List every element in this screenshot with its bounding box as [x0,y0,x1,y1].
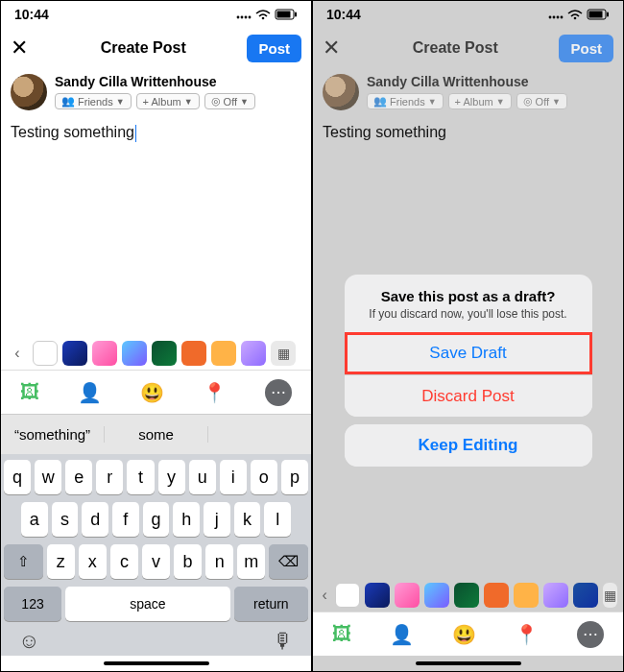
bg-swatch-plain[interactable] [335,583,360,608]
photo-icon[interactable]: 🖼 [20,381,39,403]
home-indicator[interactable] [313,656,623,671]
key-r[interactable]: r [96,460,123,494]
bg-swatch-2[interactable] [395,583,420,608]
key-i[interactable]: i [220,460,247,494]
key-u[interactable]: u [189,460,216,494]
more-icon[interactable]: ⋯ [265,379,292,406]
key-k[interactable]: k [234,502,261,537]
bg-swatch-6[interactable] [514,583,539,608]
numbers-key[interactable]: 123 [4,587,61,621]
backspace-key[interactable]: ⌫ [269,544,308,579]
tag-people-icon[interactable]: 👤 [390,623,414,646]
key-n[interactable]: n [205,544,233,579]
bg-grid-icon[interactable]: ▦ [603,583,617,608]
svg-point-9 [553,16,556,19]
key-f[interactable]: f [112,502,139,537]
avatar[interactable] [11,74,47,110]
bg-swatch-3[interactable] [122,341,147,366]
key-v[interactable]: v [142,544,170,579]
key-x[interactable]: x [79,544,107,579]
key-w[interactable]: w [35,460,61,494]
key-p[interactable]: p [281,460,308,494]
key-j[interactable]: j [204,502,230,537]
bg-swatch-6[interactable] [211,341,236,366]
home-indicator[interactable] [1,656,311,671]
location-icon[interactable]: 📍 [515,623,539,646]
suggestion-1[interactable]: “something” [1,426,105,443]
avatar[interactable] [323,74,359,110]
svg-point-8 [549,16,552,19]
feeling-icon[interactable]: 😃 [452,623,476,646]
more-icon[interactable]: ⋯ [577,621,604,648]
instagram-pill[interactable]: ◎ Off ▼ [516,93,567,109]
dictation-icon[interactable]: 🎙 [273,629,294,654]
svg-rect-15 [607,12,609,17]
close-icon[interactable]: ✕ [11,36,39,60]
bg-swatch-4[interactable] [454,583,479,608]
sheet-header: Save this post as a draft? If you discar… [345,275,592,332]
key-o[interactable]: o [251,460,277,494]
post-button[interactable]: Post [559,35,613,62]
keyboard-footer: ☺ 🎙 [1,625,311,656]
chevron-left-icon[interactable]: ‹ [319,587,330,604]
key-d[interactable]: d [82,502,108,537]
nav-header: ✕ Create Post Post [313,28,623,68]
bg-swatch-1[interactable] [365,583,390,608]
svg-rect-7 [295,12,297,17]
tag-people-icon[interactable]: 👤 [78,381,102,404]
key-a[interactable]: a [21,502,48,537]
feeling-icon[interactable]: 😃 [140,381,164,404]
bg-swatch-8[interactable] [573,583,598,608]
nav-header: ✕ Create Post Post [1,28,311,68]
bg-swatch-2[interactable] [92,341,117,366]
bg-swatch-5[interactable] [181,341,206,366]
photo-icon[interactable]: 🖼 [332,623,351,645]
audience-pill[interactable]: 👥 Friends ▼ [55,93,132,109]
shift-key[interactable]: ⇧ [4,544,43,579]
key-q[interactable]: q [4,460,31,494]
post-button[interactable]: Post [247,35,301,62]
bg-swatch-3[interactable] [424,583,449,608]
key-m[interactable]: m [237,544,265,579]
suggestion-2[interactable]: some [105,426,208,443]
key-s[interactable]: s [52,502,79,537]
emoji-keyboard-icon[interactable]: ☺ [18,629,39,654]
key-z[interactable]: z [47,544,75,579]
page-title: Create Post [101,39,186,57]
save-draft-button[interactable]: Save Draft [345,332,592,374]
keep-editing-button[interactable]: Keep Editing [345,424,592,467]
discard-post-button[interactable]: Discard Post [345,374,592,417]
sheet-title: Save this post as a draft? [362,288,575,304]
key-b[interactable]: b [174,544,202,579]
album-pill[interactable]: + Album ▼ [136,93,200,109]
return-key[interactable]: return [234,587,308,621]
key-h[interactable]: h [173,502,200,537]
status-time: 10:44 [14,7,49,22]
svg-point-2 [245,16,248,19]
post-text-editor[interactable]: Testing something [1,118,311,156]
location-icon[interactable]: 📍 [203,381,227,404]
key-c[interactable]: c [110,544,138,579]
key-t[interactable]: t [127,460,154,494]
bg-swatch-plain[interactable] [33,341,58,366]
key-g[interactable]: g [143,502,170,537]
chevron-left-icon[interactable]: ‹ [7,345,28,362]
bg-swatch-4[interactable] [152,341,177,366]
key-e[interactable]: e [65,460,92,494]
album-pill[interactable]: + Album ▼ [448,93,512,109]
bg-swatch-7[interactable] [543,583,568,608]
space-key[interactable]: space [65,587,230,621]
key-y[interactable]: y [158,460,185,494]
post-text-editor[interactable]: Testing something [313,118,623,156]
svg-point-4 [262,16,265,19]
wifi-icon [255,10,271,20]
close-icon[interactable]: ✕ [323,36,351,60]
bg-swatch-7[interactable] [241,341,266,366]
bg-swatch-5[interactable] [484,583,509,608]
instagram-pill[interactable]: ◎ Off ▼ [204,93,255,109]
audience-pill[interactable]: 👥 Friends ▼ [367,93,444,109]
status-bar: 10:44 [1,1,311,28]
key-l[interactable]: l [264,502,291,537]
bg-swatch-1[interactable] [62,341,87,366]
bg-grid-icon[interactable]: ▦ [271,341,296,366]
